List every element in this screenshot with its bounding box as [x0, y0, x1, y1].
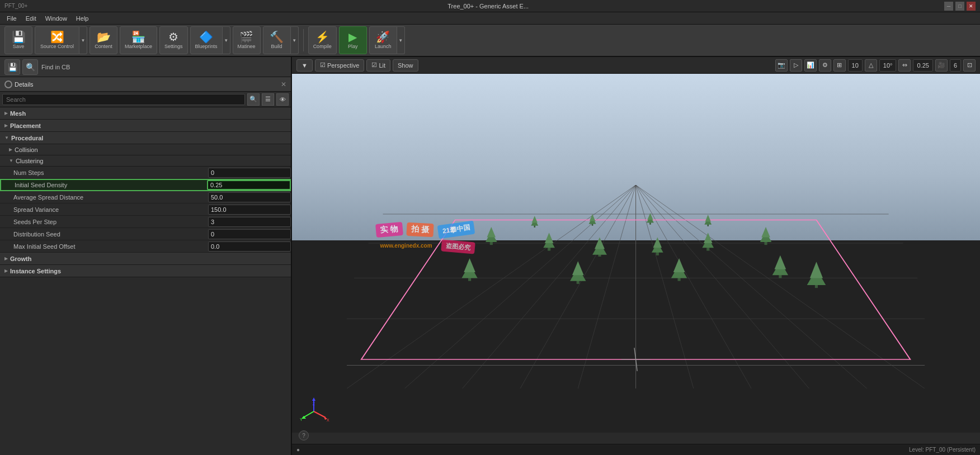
camera-speed-icon[interactable]: 📷: [775, 59, 788, 72]
svg-marker-49: [810, 262, 823, 278]
placement-label: Placement: [10, 122, 41, 129]
section-growth[interactable]: ▶ Growth: [0, 253, 291, 265]
svg-marker-65: [312, 397, 315, 401]
scale-snap-icon[interactable]: ⇔: [898, 59, 911, 72]
source-control-button[interactable]: 🔀 Source Control: [35, 26, 79, 54]
prop-seeds-per-step: Seeds Per Step ↺: [0, 216, 291, 228]
list-view-button[interactable]: ☰: [262, 93, 274, 106]
collision-label: Collision: [15, 146, 38, 153]
save-icon: 💾: [12, 31, 26, 42]
svg-marker-55: [590, 214, 595, 221]
build-button[interactable]: 🔨 Build: [263, 26, 291, 54]
settings-label: Settings: [164, 44, 183, 49]
surface-snapping-icon[interactable]: △: [865, 59, 877, 72]
lit-icon: ☑: [371, 61, 377, 69]
seeds-per-step-input[interactable]: [208, 217, 291, 227]
distribution-seed-label: Distribution Seed: [13, 231, 208, 238]
settings-button[interactable]: ⚙ Settings: [159, 26, 188, 54]
prop-num-steps: Num Steps ▼ ↺: [0, 167, 291, 179]
lit-button[interactable]: ☑ Lit: [366, 59, 390, 72]
settings-icon: ⚙: [168, 31, 178, 42]
compile-button[interactable]: ⚡ Compile: [308, 26, 337, 54]
grid-icon[interactable]: ⊞: [833, 59, 846, 72]
launch-arrow[interactable]: ▼: [397, 26, 405, 54]
blueprints-button[interactable]: 🔷 Blueprints: [190, 26, 223, 54]
close-button[interactable]: ✕: [967, 2, 976, 11]
section-mesh[interactable]: ▶ Mesh: [0, 107, 291, 120]
subsection-clustering[interactable]: ▼ Clustering: [0, 155, 291, 167]
initial-seed-density-input[interactable]: [207, 180, 291, 190]
launch-button[interactable]: 🚀 Launch: [369, 26, 397, 54]
viewport-menu-button[interactable]: ▼: [296, 59, 313, 72]
svg-line-12: [636, 185, 752, 388]
realtime-icon[interactable]: ▷: [790, 59, 802, 72]
perspective-label: Perspective: [327, 62, 359, 69]
menu-item-edit[interactable]: Edit: [21, 14, 41, 23]
play-button[interactable]: ▶ Play: [339, 26, 367, 54]
search-bar: 🔍 ☰ 👁: [0, 92, 291, 107]
matinee-button[interactable]: 🎬 Matinee: [233, 26, 261, 54]
details-panel-header: Details ✕: [0, 77, 291, 92]
svg-text:Y: Y: [300, 418, 303, 421]
section-placement[interactable]: ▶ Placement: [0, 120, 291, 132]
average-spread-distance-input[interactable]: [208, 192, 291, 202]
svg-marker-37: [464, 258, 476, 272]
viewport-options-icon[interactable]: ⚙: [819, 59, 831, 72]
main-content: 💾 🔍 Find in CB Details ✕ 🔍 ☰ 👁 ▶ Mesh: [0, 57, 980, 455]
svg-line-7: [463, 185, 636, 388]
source-control-group: 🔀 Source Control ▼: [35, 26, 87, 54]
launch-label: Launch: [375, 44, 392, 49]
instance-settings-label: Instance Settings: [10, 268, 61, 274]
camera-icon[interactable]: 🎥: [935, 59, 948, 72]
section-instance-settings[interactable]: ▶ Instance Settings: [0, 265, 291, 277]
blueprints-icon: 🔷: [199, 31, 213, 42]
growth-label: Growth: [10, 255, 32, 262]
prop-distribution-seed: Distribution Seed ↺: [0, 228, 291, 240]
details-title: Details: [15, 81, 279, 88]
distribution-seed-input[interactable]: [208, 229, 291, 239]
left-panel: 💾 🔍 Find in CB Details ✕ 🔍 ☰ 👁 ▶ Mesh: [0, 57, 292, 455]
save-button[interactable]: 💾 Save: [4, 26, 32, 54]
growth-arrow-icon: ▶: [4, 256, 8, 261]
menu-item-help[interactable]: Help: [72, 14, 93, 23]
prop-max-initial-seed-offset: Max Initial Seed Offset ↺: [0, 240, 291, 253]
subsection-collision[interactable]: ▶ Collision: [0, 144, 291, 155]
marketplace-button[interactable]: 🏪 Marketplace: [120, 26, 157, 54]
search-input[interactable]: [2, 94, 245, 105]
spread-variance-input[interactable]: [208, 205, 291, 215]
blueprints-arrow[interactable]: ▼: [223, 26, 230, 54]
build-icon: 🔨: [270, 31, 284, 42]
svg-line-8: [520, 185, 636, 388]
content-button[interactable]: 📂 Content: [89, 26, 117, 54]
section-procedural[interactable]: ▼ Procedural: [0, 132, 291, 144]
viewport-help-button[interactable]: ?: [299, 430, 309, 440]
show-stats-icon[interactable]: 📊: [804, 59, 817, 72]
menu-item-file[interactable]: File: [2, 14, 21, 23]
maximize-button[interactable]: □: [955, 2, 964, 11]
menu-item-window[interactable]: Window: [41, 14, 72, 23]
scale-value: 0.25: [913, 59, 932, 72]
show-button[interactable]: Show: [393, 59, 418, 72]
svg-line-13: [636, 185, 809, 388]
angle-snap: 10°: [879, 59, 897, 72]
details-close-button[interactable]: ✕: [281, 80, 286, 88]
maximize-viewport-button[interactable]: ⊡: [963, 59, 976, 72]
initial-seed-density-label: Initial Seed Density: [15, 182, 207, 188]
content-label: Content: [95, 44, 112, 49]
max-initial-seed-offset-input[interactable]: [208, 241, 291, 252]
search-icon-button[interactable]: 🔍: [247, 93, 260, 106]
find-in-cb-button[interactable]: 🔍: [22, 59, 38, 75]
perspective-button[interactable]: ☑ Perspective: [315, 59, 364, 72]
blueprints-group: 🔷 Blueprints ▼: [190, 26, 230, 54]
status-bar: ● Level: PFT_00 (Persistent): [292, 444, 980, 455]
num-steps-input[interactable]: [208, 168, 291, 178]
build-arrow[interactable]: ▼: [291, 26, 299, 54]
filter-button[interactable]: 👁: [276, 93, 289, 106]
minimize-button[interactable]: ─: [944, 2, 953, 11]
marketplace-icon: 🏪: [131, 31, 145, 42]
procedural-arrow-icon: ▼: [4, 135, 9, 140]
svg-text:Z: Z: [313, 402, 315, 406]
left-save-button[interactable]: 💾: [4, 59, 20, 75]
clustering-label: Clustering: [16, 158, 44, 164]
source-control-arrow[interactable]: ▼: [79, 26, 87, 54]
